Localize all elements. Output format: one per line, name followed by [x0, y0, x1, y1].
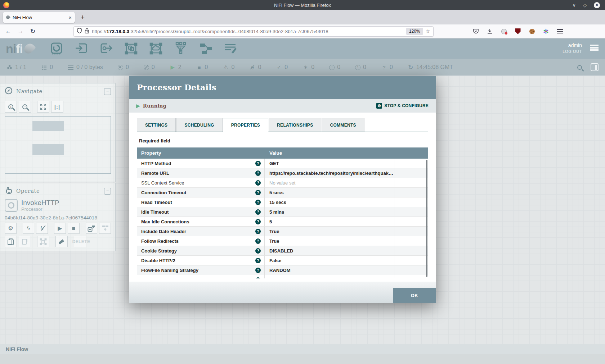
- property-row: FlowFile Naming Strategy ? RANDOM: [137, 265, 428, 275]
- output-port-icon[interactable]: [99, 42, 113, 55]
- cluster-icon: [6, 65, 13, 70]
- running-state-icon: ▶: [136, 103, 140, 109]
- help-icon[interactable]: ?: [255, 190, 261, 195]
- help-icon[interactable]: ?: [255, 219, 261, 224]
- tab-close-icon[interactable]: ×: [68, 14, 72, 21]
- nifi-menu-icon[interactable]: [590, 45, 599, 51]
- label-icon[interactable]: [223, 42, 238, 55]
- last-refresh: ↻ 14:45:08 GMT: [408, 64, 453, 71]
- zoom-level-indicator[interactable]: 120%: [406, 28, 423, 35]
- help-icon[interactable]: ?: [255, 200, 261, 205]
- help-icon[interactable]: ?: [255, 248, 261, 254]
- ok-button[interactable]: OK: [393, 288, 436, 303]
- minimap-node: [32, 121, 64, 131]
- help-icon[interactable]: ?: [255, 277, 261, 279]
- copy-button[interactable]: [5, 236, 17, 247]
- configure-button[interactable]: ⚙: [5, 223, 17, 234]
- help-icon[interactable]: ?: [255, 170, 261, 176]
- zoom-out-button[interactable]: −: [19, 101, 31, 113]
- tab-title: NiFi Flow: [13, 15, 66, 20]
- delete-button[interactable]: DELETE: [74, 236, 86, 247]
- start-button[interactable]: ▶: [54, 223, 66, 234]
- property-row: ? No value set: [137, 275, 428, 278]
- help-icon[interactable]: ?: [255, 258, 261, 263]
- transmitting-icon: [118, 65, 123, 70]
- help-icon[interactable]: ?: [255, 238, 261, 244]
- breadcrumb[interactable]: NiFi Flow: [6, 346, 28, 352]
- group-button[interactable]: [37, 236, 49, 247]
- bookmark-star-icon[interactable]: ☆: [426, 28, 430, 35]
- browser-menu-icon[interactable]: [557, 28, 563, 35]
- navigate-collapse-button[interactable]: −: [104, 88, 111, 95]
- current-user: admin: [563, 42, 582, 49]
- help-icon[interactable]: ?: [255, 180, 261, 186]
- save-version-button[interactable]: [86, 223, 98, 234]
- stale-icon: ↑: [329, 65, 335, 70]
- stop-and-configure-button[interactable]: ⚙ STOP & CONFIGURE: [376, 103, 429, 109]
- dialog-tab[interactable]: SETTINGS: [137, 118, 176, 132]
- reload-button[interactable]: ↻: [27, 28, 39, 35]
- logout-link[interactable]: LOG OUT: [563, 49, 582, 55]
- table-scrollbar[interactable]: [426, 160, 427, 277]
- property-row: Include Date Header ? True: [137, 227, 428, 236]
- operate-panel: Operate − InvokeHTTP Processor 04b8fd14-…: [0, 183, 116, 251]
- sidebar-toggle-icon[interactable]: [591, 63, 599, 71]
- properties-table: Property Value HTTP Method ? GET: [137, 147, 428, 278]
- zoom-actual-button[interactable]: |:|: [51, 101, 63, 113]
- cookie-extension-icon[interactable]: [529, 28, 535, 35]
- status-item: ■ 0: [196, 64, 208, 70]
- dialog-status-bar: ▶ Running ⚙ STOP & CONFIGURE: [129, 99, 436, 113]
- remote-process-group-icon[interactable]: [149, 42, 163, 55]
- not-transmitting-icon: [144, 65, 149, 70]
- downloads-icon[interactable]: [487, 28, 493, 35]
- pocket-icon[interactable]: [472, 28, 479, 35]
- processor-icon[interactable]: [49, 42, 64, 55]
- up-to-date-icon: ✓: [276, 64, 282, 70]
- template-icon[interactable]: [198, 42, 213, 55]
- birdseye-minimap[interactable]: [5, 116, 111, 174]
- url-bar[interactable]: https://172.18.0.3:32558/nifi/?processGr…: [73, 26, 434, 37]
- enable-button[interactable]: ϟ: [23, 223, 35, 234]
- dialog-tab[interactable]: RELATIONSHIPS: [269, 118, 321, 132]
- processor-details-dialog: Processor Details ▶ Running ⚙ STOP & CON…: [129, 76, 436, 303]
- search-icon[interactable]: [577, 65, 582, 70]
- paste-button[interactable]: [19, 236, 31, 247]
- dialog-tab[interactable]: SCHEDULING: [176, 118, 222, 132]
- change-color-button[interactable]: [55, 236, 68, 247]
- help-icon[interactable]: ?: [255, 268, 261, 273]
- window-close-button[interactable]: ×: [594, 2, 600, 8]
- zoom-in-button[interactable]: +: [5, 101, 17, 113]
- table-header: Property Value: [137, 147, 428, 159]
- stop-button[interactable]: ■: [68, 223, 80, 234]
- compass-icon: [5, 87, 13, 96]
- back-button[interactable]: ←: [2, 28, 14, 35]
- ublock-origin-icon[interactable]: [515, 28, 521, 35]
- selected-component-name: InvokeHTTP: [21, 199, 59, 206]
- forward-button[interactable]: →: [14, 28, 27, 35]
- help-icon[interactable]: ?: [255, 229, 261, 234]
- input-port-icon[interactable]: [74, 42, 89, 55]
- extension-privacy-icon[interactable]: [501, 28, 507, 35]
- nifi-application: nifi: [0, 38, 605, 354]
- refresh-icon[interactable]: ↻: [408, 64, 414, 71]
- revert-version-button[interactable]: [99, 223, 111, 234]
- zoom-fit-button[interactable]: [37, 101, 49, 113]
- operate-collapse-button[interactable]: −: [104, 188, 111, 195]
- new-tab-button[interactable]: +: [81, 13, 85, 21]
- tracking-shield-icon[interactable]: [77, 28, 82, 35]
- help-icon[interactable]: ?: [255, 209, 261, 215]
- process-group-icon[interactable]: [124, 42, 138, 55]
- colorful-extension-icon[interactable]: [543, 28, 549, 35]
- window-restore-button[interactable]: ◇: [583, 3, 587, 8]
- window-minimize-button[interactable]: ∨: [572, 3, 576, 8]
- funnel-icon[interactable]: [174, 42, 188, 55]
- dialog-tab[interactable]: PROPERTIES: [223, 118, 268, 132]
- help-icon[interactable]: ?: [255, 161, 261, 166]
- lock-icon[interactable]: [85, 28, 89, 35]
- dialog-tab[interactable]: COMMENTS: [322, 118, 364, 132]
- status-item: ϟ 0: [249, 64, 261, 70]
- browser-tab[interactable]: NiFi Flow ×: [3, 12, 75, 23]
- status-item: ⚠ 0: [223, 64, 235, 70]
- disable-button[interactable]: ϟ: [36, 223, 48, 234]
- nifi-droplet-icon: [22, 42, 36, 55]
